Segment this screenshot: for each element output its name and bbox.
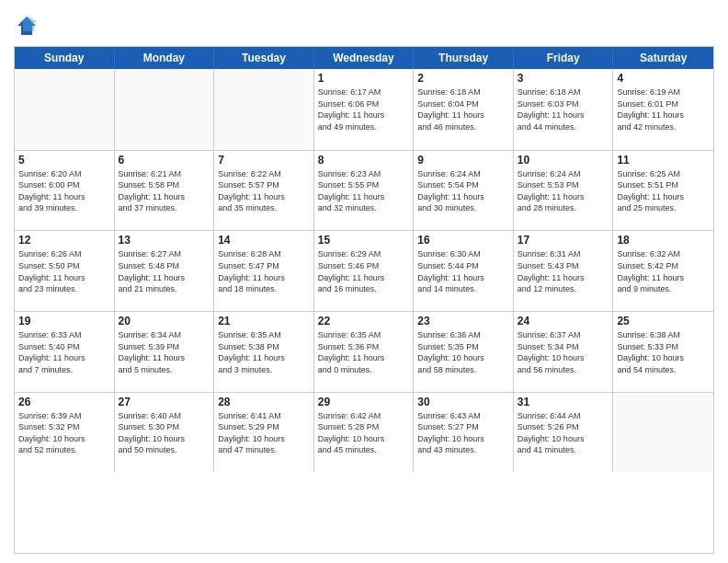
logo-icon: [14, 13, 40, 39]
day-info: Sunrise: 6:36 AM Sunset: 5:35 PM Dayligh…: [417, 329, 509, 375]
calendar-day-cell: 23Sunrise: 6:36 AM Sunset: 5:35 PM Dayli…: [414, 312, 514, 392]
day-number: 3: [518, 72, 609, 85]
day-info: Sunrise: 6:23 AM Sunset: 5:55 PM Dayligh…: [318, 168, 410, 214]
day-number: 12: [18, 234, 110, 247]
calendar-row: 26Sunrise: 6:39 AM Sunset: 5:32 PM Dayli…: [15, 392, 713, 473]
day-info: Sunrise: 6:33 AM Sunset: 5:40 PM Dayligh…: [18, 329, 110, 375]
day-info: Sunrise: 6:35 AM Sunset: 5:36 PM Dayligh…: [318, 329, 410, 375]
calendar-day-cell: 29Sunrise: 6:42 AM Sunset: 5:28 PM Dayli…: [314, 393, 415, 473]
day-info: Sunrise: 6:17 AM Sunset: 6:06 PM Dayligh…: [318, 86, 410, 132]
calendar-row: 5Sunrise: 6:20 AM Sunset: 6:00 PM Daylig…: [15, 150, 713, 231]
day-info: Sunrise: 6:42 AM Sunset: 5:28 PM Dayligh…: [318, 410, 410, 456]
day-info: Sunrise: 6:44 AM Sunset: 5:26 PM Dayligh…: [518, 410, 609, 456]
calendar-body: 1Sunrise: 6:17 AM Sunset: 6:06 PM Daylig…: [15, 69, 713, 553]
calendar-day-cell: 17Sunrise: 6:31 AM Sunset: 5:43 PM Dayli…: [514, 231, 614, 311]
day-number: 29: [318, 396, 410, 408]
day-number: 18: [617, 234, 710, 247]
calendar-day-cell: 6Sunrise: 6:21 AM Sunset: 5:58 PM Daylig…: [115, 151, 215, 231]
day-number: 22: [318, 315, 410, 327]
calendar: SundayMondayTuesdayWednesdayThursdayFrid…: [14, 46, 714, 554]
day-number: 8: [318, 154, 410, 167]
day-number: 7: [218, 154, 310, 167]
day-number: 16: [417, 234, 509, 247]
calendar-day-cell: 18Sunrise: 6:32 AM Sunset: 5:42 PM Dayli…: [613, 231, 713, 311]
calendar-day-cell: 14Sunrise: 6:28 AM Sunset: 5:47 PM Dayli…: [214, 231, 314, 311]
day-number: 31: [518, 396, 609, 408]
calendar-day-cell: 8Sunrise: 6:23 AM Sunset: 5:55 PM Daylig…: [314, 151, 415, 231]
day-info: Sunrise: 6:25 AM Sunset: 5:51 PM Dayligh…: [617, 168, 710, 214]
day-number: 20: [119, 315, 210, 327]
calendar-day-cell: 10Sunrise: 6:24 AM Sunset: 5:53 PM Dayli…: [514, 151, 614, 231]
calendar-day-cell: 4Sunrise: 6:19 AM Sunset: 6:01 PM Daylig…: [613, 69, 713, 150]
day-info: Sunrise: 6:20 AM Sunset: 6:00 PM Dayligh…: [18, 168, 110, 214]
calendar-day-cell: 5Sunrise: 6:20 AM Sunset: 6:00 PM Daylig…: [15, 151, 115, 231]
weekday-header: Saturday: [613, 47, 713, 69]
weekday-header: Thursday: [414, 47, 514, 69]
day-info: Sunrise: 6:18 AM Sunset: 6:03 PM Dayligh…: [518, 86, 609, 132]
day-info: Sunrise: 6:26 AM Sunset: 5:50 PM Dayligh…: [18, 248, 110, 294]
day-number: 9: [417, 154, 509, 167]
empty-cell: [613, 393, 713, 473]
day-info: Sunrise: 6:40 AM Sunset: 5:30 PM Dayligh…: [119, 410, 210, 456]
logo: [14, 13, 43, 39]
day-number: 26: [18, 396, 110, 408]
day-info: Sunrise: 6:37 AM Sunset: 5:34 PM Dayligh…: [518, 329, 609, 375]
day-number: 28: [218, 396, 310, 408]
day-number: 27: [119, 396, 210, 408]
day-number: 21: [218, 315, 310, 327]
day-info: Sunrise: 6:24 AM Sunset: 5:53 PM Dayligh…: [518, 168, 609, 214]
day-info: Sunrise: 6:31 AM Sunset: 5:43 PM Dayligh…: [518, 248, 609, 294]
day-info: Sunrise: 6:22 AM Sunset: 5:57 PM Dayligh…: [218, 168, 310, 214]
day-number: 15: [318, 234, 410, 247]
calendar-day-cell: 11Sunrise: 6:25 AM Sunset: 5:51 PM Dayli…: [613, 151, 713, 231]
day-info: Sunrise: 6:27 AM Sunset: 5:48 PM Dayligh…: [119, 248, 210, 294]
day-info: Sunrise: 6:35 AM Sunset: 5:38 PM Dayligh…: [218, 329, 310, 375]
day-info: Sunrise: 6:19 AM Sunset: 6:01 PM Dayligh…: [617, 86, 710, 132]
calendar-day-cell: 13Sunrise: 6:27 AM Sunset: 5:48 PM Dayli…: [115, 231, 215, 311]
day-info: Sunrise: 6:43 AM Sunset: 5:27 PM Dayligh…: [417, 410, 509, 456]
calendar-day-cell: 16Sunrise: 6:30 AM Sunset: 5:44 PM Dayli…: [414, 231, 514, 311]
day-number: 14: [218, 234, 310, 247]
day-number: 4: [617, 72, 710, 85]
weekday-header: Wednesday: [314, 47, 415, 69]
day-info: Sunrise: 6:24 AM Sunset: 5:54 PM Dayligh…: [417, 168, 509, 214]
day-number: 1: [318, 72, 410, 85]
day-info: Sunrise: 6:41 AM Sunset: 5:29 PM Dayligh…: [218, 410, 310, 456]
day-number: 13: [119, 234, 210, 247]
day-info: Sunrise: 6:29 AM Sunset: 5:46 PM Dayligh…: [318, 248, 410, 294]
day-number: 23: [417, 315, 509, 327]
calendar-day-cell: 15Sunrise: 6:29 AM Sunset: 5:46 PM Dayli…: [314, 231, 415, 311]
empty-cell: [15, 69, 115, 150]
weekday-header: Tuesday: [214, 47, 314, 69]
day-number: 30: [417, 396, 509, 408]
calendar-day-cell: 1Sunrise: 6:17 AM Sunset: 6:06 PM Daylig…: [314, 69, 415, 150]
calendar-day-cell: 31Sunrise: 6:44 AM Sunset: 5:26 PM Dayli…: [514, 393, 614, 473]
calendar-day-cell: 26Sunrise: 6:39 AM Sunset: 5:32 PM Dayli…: [15, 393, 115, 473]
day-number: 5: [18, 154, 110, 167]
day-number: 2: [417, 72, 509, 85]
calendar-header: SundayMondayTuesdayWednesdayThursdayFrid…: [15, 47, 713, 69]
day-info: Sunrise: 6:34 AM Sunset: 5:39 PM Dayligh…: [119, 329, 210, 375]
day-info: Sunrise: 6:21 AM Sunset: 5:58 PM Dayligh…: [119, 168, 210, 214]
day-number: 10: [518, 154, 609, 167]
calendar-day-cell: 9Sunrise: 6:24 AM Sunset: 5:54 PM Daylig…: [414, 151, 514, 231]
calendar-row: 1Sunrise: 6:17 AM Sunset: 6:06 PM Daylig…: [15, 69, 713, 150]
day-number: 11: [617, 154, 710, 167]
day-info: Sunrise: 6:38 AM Sunset: 5:33 PM Dayligh…: [617, 329, 710, 375]
day-number: 17: [518, 234, 609, 247]
day-info: Sunrise: 6:39 AM Sunset: 5:32 PM Dayligh…: [18, 410, 110, 456]
calendar-day-cell: 22Sunrise: 6:35 AM Sunset: 5:36 PM Dayli…: [314, 312, 415, 392]
day-number: 6: [119, 154, 210, 167]
calendar-day-cell: 3Sunrise: 6:18 AM Sunset: 6:03 PM Daylig…: [514, 69, 614, 150]
day-number: 19: [18, 315, 110, 327]
day-info: Sunrise: 6:18 AM Sunset: 6:04 PM Dayligh…: [417, 86, 509, 132]
day-number: 25: [617, 315, 710, 327]
calendar-day-cell: 24Sunrise: 6:37 AM Sunset: 5:34 PM Dayli…: [514, 312, 614, 392]
empty-cell: [115, 69, 215, 150]
day-info: Sunrise: 6:30 AM Sunset: 5:44 PM Dayligh…: [417, 248, 509, 294]
calendar-day-cell: 28Sunrise: 6:41 AM Sunset: 5:29 PM Dayli…: [214, 393, 314, 473]
weekday-header: Sunday: [15, 47, 115, 69]
weekday-header: Friday: [514, 47, 614, 69]
weekday-header: Monday: [115, 47, 215, 69]
calendar-day-cell: 7Sunrise: 6:22 AM Sunset: 5:57 PM Daylig…: [214, 151, 314, 231]
